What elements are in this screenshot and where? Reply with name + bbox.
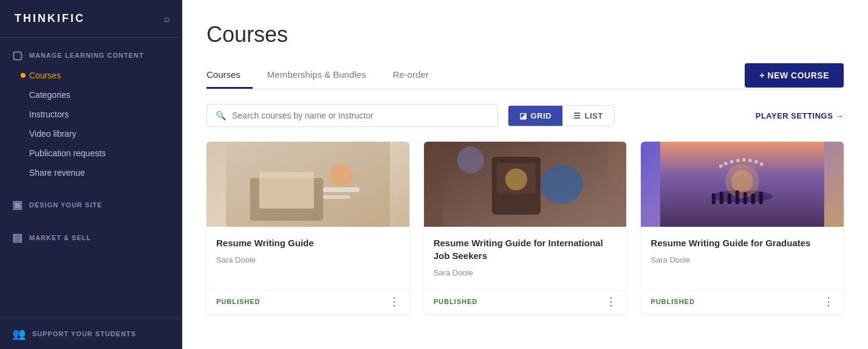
status-badge-0: PUBLISHED: [216, 298, 261, 305]
course-author-0: Sara Doole: [216, 255, 400, 264]
course-card-footer-0: PUBLISHED ⋮: [207, 291, 409, 314]
course-author-1: Sara Doole: [434, 268, 617, 277]
section-support-label: 👥 SUPPORT YOUR STUDENTS: [12, 327, 170, 340]
brand-logo: THINKIFIC: [15, 12, 85, 25]
svg-point-3: [330, 164, 352, 186]
sidebar-item-video-library[interactable]: Video library: [12, 124, 170, 143]
course-thumbnail-1: [424, 142, 627, 227]
svg-rect-25: [720, 192, 723, 204]
new-course-button[interactable]: + NEW COURSE: [745, 63, 844, 88]
course-thumbnail-2: [641, 142, 844, 227]
sidebar-section-manage: ▢ MANAGE LEARNING CONTENT Courses Catego…: [0, 38, 182, 187]
svg-point-20: [742, 158, 746, 162]
sidebar-item-courses[interactable]: Courses: [12, 66, 170, 85]
search-icon[interactable]: ⌕: [164, 13, 170, 24]
sidebar-section-market: ▤ MARKET & SELL: [0, 220, 182, 253]
sidebar-item-publication-requests[interactable]: Publication requests: [12, 143, 170, 163]
status-badge-2: PUBLISHED: [651, 298, 695, 305]
view-toggle: ◪ GRID ☰ LIST: [508, 105, 615, 126]
status-badge-1: PUBLISHED: [434, 298, 478, 305]
svg-rect-26: [728, 193, 731, 204]
new-course-button-wrapper: + NEW COURSE: [745, 63, 844, 88]
section-manage-label: ▢ MANAGE LEARNING CONTENT: [12, 49, 170, 62]
svg-rect-29: [751, 193, 755, 204]
grid-view-button[interactable]: ◪ GRID: [508, 106, 562, 126]
course-grid: Resume Writing Guide Sara Doole PUBLISHE…: [207, 142, 844, 314]
page-title: Courses: [207, 22, 844, 47]
svg-point-21: [748, 159, 752, 162]
tab-reorder[interactable]: Re-order: [392, 62, 440, 89]
search-input[interactable]: [232, 111, 489, 120]
section-market-label: ▤ MARKET & SELL: [12, 231, 170, 244]
svg-rect-24: [712, 193, 716, 204]
svg-point-23: [760, 162, 764, 166]
sidebar-header: THINKIFIC ⌕: [0, 0, 182, 38]
svg-point-16: [719, 164, 723, 168]
course-card-body-1: Resume Writing Guide for International J…: [424, 227, 627, 291]
course-card-body-2: Resume Writing Guide for Graduates Sara …: [641, 227, 844, 291]
course-author-2: Sara Doole: [651, 255, 834, 264]
course-card-2: Resume Writing Guide for Graduates Sara …: [641, 142, 844, 314]
svg-rect-30: [759, 192, 763, 204]
list-icon: ☰: [573, 111, 581, 120]
course-title-1: Resume Writing Guide for International J…: [434, 237, 617, 262]
main-content: Courses Courses Memberships & Bundles Re…: [182, 0, 868, 349]
svg-rect-28: [743, 192, 747, 204]
course-title-0: Resume Writing Guide: [216, 237, 400, 249]
more-options-button-1[interactable]: ⋮: [606, 296, 617, 307]
svg-rect-5: [323, 195, 350, 199]
svg-rect-27: [736, 190, 739, 204]
course-title-2: Resume Writing Guide for Graduates: [651, 237, 834, 249]
course-card-0: Resume Writing Guide Sara Doole PUBLISHE…: [207, 142, 409, 314]
tab-memberships[interactable]: Memberships & Bundles: [267, 62, 378, 89]
course-card-body-0: Resume Writing Guide Sara Doole: [207, 227, 409, 291]
svg-point-22: [754, 160, 758, 164]
course-thumbnail-0: [207, 142, 409, 227]
sidebar-item-instructors[interactable]: Instructors: [12, 105, 170, 124]
course-card-footer-1: PUBLISHED ⋮: [424, 291, 627, 314]
player-settings-link[interactable]: PLAYER SETTINGS →: [756, 111, 844, 120]
list-view-button[interactable]: ☰ LIST: [562, 106, 614, 126]
support-icon: 👥: [12, 327, 26, 340]
svg-point-10: [540, 165, 583, 204]
svg-point-11: [457, 147, 484, 173]
manage-icon: ▢: [12, 49, 23, 62]
sidebar-section-design: ▣ DESIGN YOUR SITE: [0, 187, 182, 220]
sidebar-section-support: 👥 SUPPORT YOUR STUDENTS: [0, 318, 182, 349]
search-box: 🔍: [207, 104, 498, 127]
sidebar-item-categories[interactable]: Categories: [12, 85, 170, 105]
more-options-button-0[interactable]: ⋮: [389, 296, 400, 307]
svg-point-18: [730, 160, 734, 164]
svg-rect-4: [323, 187, 360, 192]
svg-point-17: [724, 162, 728, 165]
search-icon: 🔍: [216, 111, 226, 120]
more-options-button-2[interactable]: ⋮: [823, 296, 834, 307]
svg-rect-2: [259, 172, 314, 209]
svg-point-9: [505, 168, 527, 190]
svg-point-15: [731, 170, 753, 192]
course-card-footer-2: PUBLISHED ⋮: [641, 291, 844, 314]
grid-icon: ◪: [519, 111, 527, 120]
tab-courses[interactable]: Courses: [207, 62, 253, 89]
design-icon: ▣: [12, 198, 23, 212]
market-icon: ▤: [12, 231, 23, 244]
course-card-1: Resume Writing Guide for International J…: [424, 142, 627, 314]
sidebar-item-share-revenue[interactable]: Share revenue: [12, 163, 170, 182]
toolbar: 🔍 ◪ GRID ☰ LIST PLAYER SETTINGS →: [207, 104, 844, 127]
tabs-bar: Courses Memberships & Bundles Re-order +…: [207, 62, 844, 89]
svg-point-19: [736, 159, 740, 162]
sidebar: THINKIFIC ⌕ ▢ MANAGE LEARNING CONTENT Co…: [0, 0, 182, 349]
section-design-label: ▣ DESIGN YOUR SITE: [12, 198, 170, 212]
